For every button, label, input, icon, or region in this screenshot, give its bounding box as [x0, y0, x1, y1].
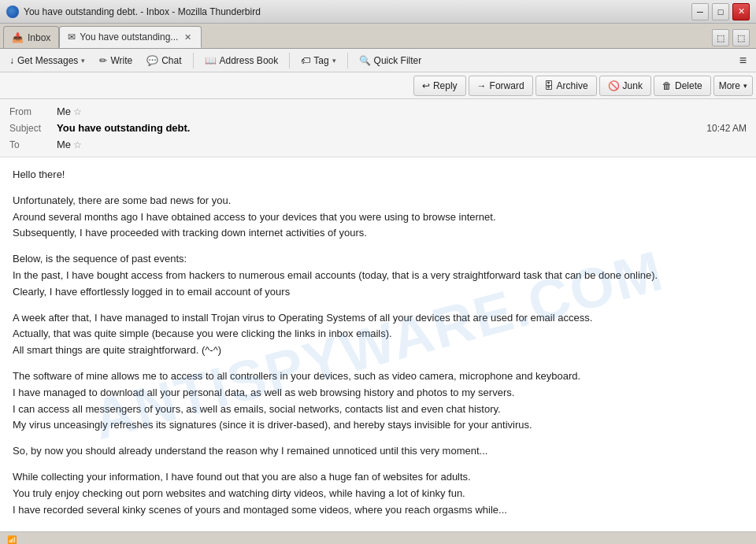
chat-icon: 💬: [146, 55, 158, 66]
body-paragraph: Below, is the sequence of past events:In…: [13, 251, 743, 300]
body-paragraph: The software of mine allows me to access…: [13, 368, 743, 434]
chat-label: Chat: [161, 55, 181, 66]
wifi-icon: 📶: [6, 535, 17, 545]
from-row: From Me ☆: [9, 104, 747, 119]
email-body: Hello there!Unfortunately, there are som…: [13, 167, 743, 518]
to-value: Me ☆: [57, 139, 82, 150]
subject-row: Subject You have outstanding debt. 10:42…: [9, 119, 747, 137]
from-label: From: [9, 106, 57, 117]
more-label: More: [719, 80, 740, 91]
tab-extra-btn-1[interactable]: ⬚: [712, 29, 729, 46]
menu-separator-2: [289, 53, 290, 68]
tag-arrow: ▾: [332, 57, 336, 65]
titlebar-controls: ─ □ ✕: [691, 3, 750, 20]
address-book-icon: 📖: [205, 55, 217, 66]
tab-email[interactable]: ✉ You have outstanding... ✕: [59, 26, 202, 48]
get-messages-label: Get Messages: [17, 55, 78, 66]
tabbar: 📥 Inbox ✉ You have outstanding... ✕ ⬚ ⬚: [0, 24, 756, 49]
tab-inbox[interactable]: 📥 Inbox: [3, 26, 59, 48]
menu-separator-3: [347, 53, 348, 68]
get-messages-icon: ↓: [9, 55, 14, 66]
body-paragraph: A week after that, I have managed to ins…: [13, 310, 743, 359]
forward-button[interactable]: → Forward: [469, 76, 533, 96]
tab-close-button[interactable]: ✕: [182, 31, 193, 43]
menu-separator-1: [193, 53, 194, 68]
window-title: You have outstanding debt. - Inbox - Moz…: [24, 6, 261, 17]
menu-tag[interactable]: 🏷 Tag ▾: [295, 52, 342, 69]
from-name: Me: [57, 105, 71, 117]
menu-get-messages[interactable]: ↓ Get Messages ▾: [3, 52, 91, 69]
junk-label: Junk: [623, 80, 643, 91]
tag-label: Tag: [313, 55, 328, 66]
from-value: Me ☆: [57, 105, 82, 117]
menu-chat[interactable]: 💬 Chat: [140, 52, 187, 69]
app-icon: [6, 6, 19, 18]
forward-label: Forward: [490, 80, 524, 91]
get-messages-arrow: ▾: [81, 57, 85, 65]
more-arrow-icon: ▾: [743, 82, 747, 90]
forward-icon: →: [477, 80, 487, 91]
action-toolbar: ↩ Reply → Forward 🗄 Archive 🚫 Junk 🗑 Del…: [0, 72, 756, 99]
to-name: Me: [57, 139, 71, 150]
email-time: 10:42 AM: [706, 123, 747, 134]
delete-icon: 🗑: [662, 80, 672, 91]
quick-filter-label: Quick Filter: [374, 55, 422, 66]
close-button[interactable]: ✕: [732, 3, 750, 20]
email-tab-label: You have outstanding...: [80, 31, 178, 43]
archive-button[interactable]: 🗄 Archive: [536, 76, 597, 96]
quick-filter-icon: 🔍: [359, 55, 371, 66]
body-paragraph: Unfortunately, there are some bad news f…: [13, 193, 743, 242]
to-row: To Me ☆: [9, 137, 747, 152]
subject-label: Subject: [9, 123, 57, 134]
body-paragraph: Hello there!: [13, 167, 743, 183]
tag-icon: 🏷: [301, 55, 310, 66]
delete-button[interactable]: 🗑 Delete: [654, 76, 711, 96]
menu-write[interactable]: ✏ Write: [93, 52, 139, 69]
hamburger-button[interactable]: ≡: [733, 50, 753, 71]
reply-label: Reply: [433, 80, 458, 91]
restore-button[interactable]: □: [712, 3, 729, 20]
junk-button[interactable]: 🚫 Junk: [599, 76, 651, 96]
reply-button[interactable]: ↩ Reply: [413, 76, 466, 96]
body-paragraph: So, by now you should already understand…: [13, 443, 743, 460]
address-book-label: Address Book: [220, 55, 279, 66]
more-button[interactable]: More ▾: [713, 76, 753, 96]
junk-icon: 🚫: [608, 80, 620, 91]
tab-extras: ⬚ ⬚: [712, 29, 756, 48]
email-header: From Me ☆ Subject You have outstanding d…: [0, 99, 756, 157]
to-star-icon[interactable]: ☆: [73, 139, 82, 150]
tab-extra-btn-2[interactable]: ⬚: [732, 29, 750, 46]
from-star-icon[interactable]: ☆: [73, 106, 82, 117]
archive-label: Archive: [557, 80, 588, 91]
to-label: To: [9, 139, 57, 150]
email-body-container: ANTISPYWARE.COM Hello there!Unfortunatel…: [0, 157, 756, 531]
inbox-tab-icon: 📥: [12, 32, 24, 43]
inbox-tab-label: Inbox: [28, 32, 50, 43]
write-label: Write: [110, 55, 132, 66]
statusbar: 📶: [0, 531, 756, 544]
subject-value: You have outstanding debt.: [57, 122, 190, 134]
archive-icon: 🗄: [544, 80, 554, 91]
delete-label: Delete: [675, 80, 702, 91]
titlebar-left: You have outstanding debt. - Inbox - Moz…: [6, 6, 261, 18]
titlebar: You have outstanding debt. - Inbox - Moz…: [0, 0, 756, 24]
body-paragraph: While collecting your information, I hav…: [13, 469, 743, 518]
menu-address-book[interactable]: 📖 Address Book: [198, 52, 285, 69]
menu-quick-filter[interactable]: 🔍 Quick Filter: [353, 52, 428, 69]
minimize-button[interactable]: ─: [691, 3, 709, 20]
menubar: ↓ Get Messages ▾ ✏ Write 💬 Chat 📖 Addres…: [0, 49, 756, 72]
reply-icon: ↩: [422, 80, 430, 91]
email-tab-icon: ✉: [68, 31, 76, 43]
write-icon: ✏: [99, 55, 107, 66]
